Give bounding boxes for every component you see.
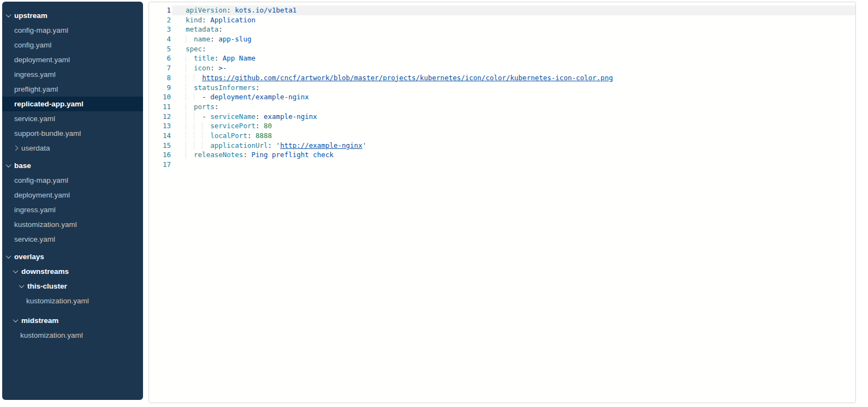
code-line-content[interactable]: servicePort: 80	[172, 121, 855, 131]
line-number[interactable]: 12	[149, 112, 171, 122]
line-number[interactable]: 1	[149, 5, 171, 15]
sidebar-item-ingress-yaml[interactable]: ingress.yaml	[2, 67, 143, 82]
sidebar-item-service-yaml[interactable]: service.yaml	[2, 111, 143, 126]
tree-item-label: ingress.yaml	[14, 67, 56, 82]
sidebar-item-deployment-yaml[interactable]: deployment.yaml	[2, 52, 143, 67]
code-token: -	[202, 112, 210, 121]
line-number[interactable]: 15	[149, 141, 171, 151]
code-link[interactable]: http://example-nginx	[280, 141, 362, 149]
line-number[interactable]: 11	[149, 102, 171, 112]
code-line-12[interactable]: 12 - serviceName: example-nginx	[149, 112, 855, 122]
sidebar-item-midstream[interactable]: midstream	[2, 313, 143, 328]
line-number[interactable]: 5	[149, 44, 171, 54]
code-line-3[interactable]: 3metadata:	[149, 25, 855, 34]
code-line-7[interactable]: 7 icon: >-	[149, 63, 855, 73]
line-number[interactable]: 3	[149, 25, 171, 34]
code-line-8[interactable]: 8 https://github.com/cncf/artwork/blob/m…	[149, 73, 855, 83]
code-token: releaseNotes	[194, 151, 243, 159]
code-line-content[interactable]: spec:	[172, 44, 855, 54]
tree-item-label: kustomization.yaml	[20, 328, 83, 343]
code-line-9[interactable]: 9 statusInformers:	[149, 83, 855, 93]
code-line-content[interactable]: localPort: 8888	[172, 131, 855, 141]
code-token: >-	[218, 64, 227, 72]
sidebar-item-kustomization-yaml[interactable]: kustomization.yaml	[2, 328, 143, 343]
code-line-11[interactable]: 11 ports:	[149, 102, 855, 112]
code-line-content[interactable]: applicationUrl: 'http://example-nginx'	[172, 141, 855, 151]
line-number[interactable]: 16	[149, 150, 171, 160]
sidebar-item-preflight-yaml[interactable]: preflight.yaml	[2, 82, 143, 97]
sidebar-item-config-yaml[interactable]: config.yaml	[2, 38, 143, 52]
sidebar-item-userdata[interactable]: userdata	[2, 141, 143, 155]
tree-item-label: config.yaml	[14, 38, 51, 52]
code-token: statusInformers	[194, 83, 255, 92]
tree-item-label: service.yaml	[14, 232, 55, 247]
code-line-content[interactable]: kind: Application	[172, 15, 855, 25]
line-number[interactable]: 9	[149, 83, 171, 93]
line-number[interactable]: 13	[149, 121, 171, 131]
sidebar-item-replicated-app-yaml[interactable]: replicated-app.yaml	[2, 97, 143, 111]
code-token	[194, 112, 202, 121]
code-token	[194, 93, 202, 101]
tree-item-label: support-bundle.yaml	[14, 126, 81, 141]
sidebar-item-config-map-yaml[interactable]: config-map.yaml	[2, 173, 143, 188]
code-link[interactable]: https://github.com/cncf/artwork/blob/mas…	[202, 74, 613, 82]
code-token	[260, 122, 264, 130]
line-number[interactable]: 14	[149, 131, 171, 141]
code-token: :	[210, 35, 215, 43]
line-number[interactable]: 6	[149, 53, 171, 63]
line-number[interactable]: 7	[149, 63, 171, 73]
sidebar-item-ingress-yaml[interactable]: ingress.yaml	[2, 202, 143, 217]
code-line-content[interactable]: releaseNotes: Ping preflight check	[172, 150, 855, 160]
code-line-14[interactable]: 14 localPort: 8888	[149, 131, 855, 141]
code-token: apiVersion	[186, 6, 227, 14]
sidebar-item-this-cluster[interactable]: this-cluster	[2, 279, 143, 294]
code-line-6[interactable]: 6 title: App Name	[149, 53, 855, 63]
code-line-content[interactable]: icon: >-	[172, 63, 855, 73]
code-line-content[interactable]: - deployment/example-nginx	[172, 92, 855, 102]
code-line-15[interactable]: 15 applicationUrl: 'http://example-nginx…	[149, 141, 855, 151]
sidebar-item-overlays[interactable]: overlays	[2, 249, 143, 264]
sidebar-item-upstream[interactable]: upstream	[2, 8, 143, 23]
code-token	[186, 54, 194, 62]
line-number[interactable]: 17	[149, 160, 171, 170]
code-token: :	[255, 112, 260, 121]
line-number[interactable]: 8	[149, 73, 171, 83]
sidebar-item-deployment-yaml[interactable]: deployment.yaml	[2, 188, 143, 202]
code-line-content[interactable]: ports:	[172, 102, 855, 112]
sidebar-item-config-map-yaml[interactable]: config-map.yaml	[2, 23, 143, 38]
tree-item-label: downstreams	[21, 264, 69, 279]
line-number[interactable]: 4	[149, 34, 171, 44]
code-line-content[interactable]: name: app-slug	[172, 34, 855, 44]
code-line-5[interactable]: 5spec:	[149, 44, 855, 54]
sidebar-item-support-bundle-yaml[interactable]: support-bundle.yaml	[2, 126, 143, 141]
sidebar-item-downstreams[interactable]: downstreams	[2, 264, 143, 279]
code-line-2[interactable]: 2kind: Application	[149, 15, 855, 25]
sidebar-item-service-yaml[interactable]: service.yaml	[2, 232, 143, 247]
yaml-editor[interactable]: 1apiVersion: kots.io/v1beta12kind: Appli…	[149, 5, 855, 170]
code-line-content[interactable]: - serviceName: example-nginx	[172, 112, 855, 122]
line-number[interactable]: 10	[149, 92, 171, 102]
code-line-10[interactable]: 10 - deployment/example-nginx	[149, 92, 855, 102]
line-number[interactable]: 2	[149, 15, 171, 25]
code-token	[260, 112, 264, 121]
sidebar-item-base[interactable]: base	[2, 158, 143, 173]
code-line-content[interactable]: apiVersion: kots.io/v1beta1	[172, 5, 855, 15]
code-line-content[interactable]	[172, 160, 855, 170]
code-line-content[interactable]: statusInformers:	[172, 83, 855, 93]
code-token: servicePort	[210, 122, 255, 130]
code-line-content[interactable]: https://github.com/cncf/artwork/blob/mas…	[172, 73, 855, 83]
code-line-1[interactable]: 1apiVersion: kots.io/v1beta1	[149, 5, 855, 15]
tree-item-label: upstream	[14, 8, 47, 23]
code-token: :	[202, 45, 206, 53]
code-line-17[interactable]: 17	[149, 160, 855, 170]
sidebar-item-kustomization-yaml[interactable]: kustomization.yaml	[2, 217, 143, 232]
tree-item-label: this-cluster	[27, 279, 67, 294]
code-token: :	[210, 64, 215, 72]
code-line-13[interactable]: 13 servicePort: 80	[149, 121, 855, 131]
code-token: app-slug	[218, 35, 251, 43]
code-line-content[interactable]: metadata:	[172, 25, 855, 34]
sidebar-item-kustomization-yaml[interactable]: kustomization.yaml	[2, 294, 143, 308]
code-line-16[interactable]: 16 releaseNotes: Ping preflight check	[149, 150, 855, 160]
code-line-content[interactable]: title: App Name	[172, 53, 855, 63]
code-line-4[interactable]: 4 name: app-slug	[149, 34, 855, 44]
